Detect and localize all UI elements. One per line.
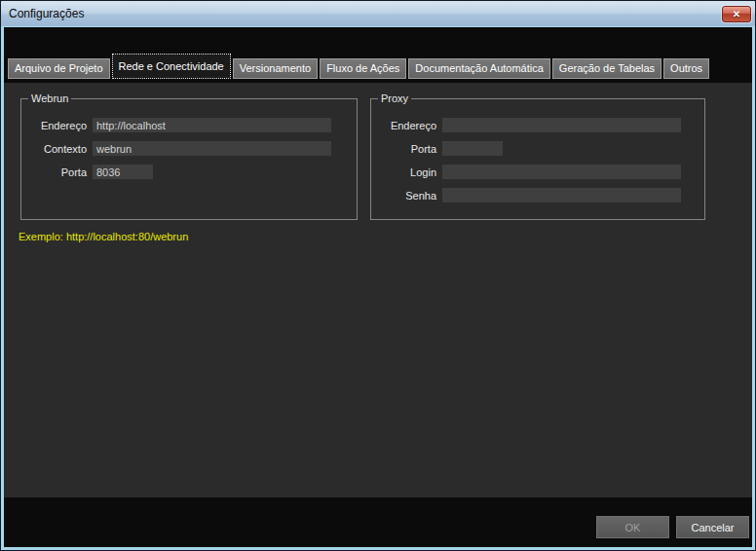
tab-geracao-de-tabelas[interactable]: Geração de Tabelas	[552, 58, 662, 79]
tab-fluxo-de-acoes[interactable]: Fluxo de Ações	[320, 58, 406, 79]
proxy-senha-label: Senha	[371, 190, 436, 202]
proxy-senha-input[interactable]	[442, 188, 681, 202]
proxy-endereco-input[interactable]	[442, 118, 681, 132]
webrun-porta-label: Porta	[21, 166, 87, 178]
proxy-login-input[interactable]	[442, 165, 681, 179]
proxy-endereco-label: Endereço	[371, 120, 436, 131]
tab-rede-e-conectividade[interactable]: Rede e Conectividade	[112, 54, 231, 79]
window-title: Configurações	[9, 1, 84, 26]
webrun-contexto-label: Contexto	[21, 143, 87, 155]
example-url-text: Exemplo: http://localhost:80/webrun	[19, 231, 188, 242]
tab-documentacao-automatica[interactable]: Documentação Automática	[408, 58, 549, 79]
tab-outros[interactable]: Outros	[663, 58, 709, 79]
proxy-login-row: Login	[371, 165, 704, 179]
proxy-porta-label: Porta	[371, 143, 436, 155]
ok-button[interactable]: OK	[596, 516, 669, 538]
webrun-endereco-label: Endereço	[21, 120, 87, 131]
proxy-endereco-row: Endereço	[371, 118, 704, 132]
webrun-porta-input[interactable]	[93, 165, 153, 179]
proxy-group: Proxy Endereço Porta Login	[370, 98, 705, 220]
tab-versionamento[interactable]: Versionamento	[233, 58, 318, 79]
proxy-porta-input[interactable]	[442, 141, 503, 156]
close-icon[interactable]: ✕	[722, 6, 751, 22]
tab-page-rede-e-conectividade: Webrun Endereço Contexto Porta	[4, 83, 752, 497]
webrun-endereco-input[interactable]	[93, 118, 331, 132]
proxy-senha-row: Senha	[371, 188, 704, 202]
webrun-group-title: Webrun	[28, 92, 71, 104]
tab-arquivo-de-projeto[interactable]: Arquivo de Projeto	[8, 58, 110, 79]
proxy-porta-row: Porta	[371, 141, 704, 156]
settings-dialog: Configurações ✕ Arquivo de Projeto Rede …	[0, 0, 756, 551]
webrun-endereco-row: Endereço	[21, 118, 357, 132]
proxy-group-title: Proxy	[378, 92, 411, 104]
dialog-content: Arquivo de Projeto Rede e Conectividade …	[4, 27, 752, 547]
cancel-button[interactable]: Cancelar	[676, 516, 749, 538]
webrun-contexto-row: Contexto	[21, 141, 357, 156]
webrun-contexto-input[interactable]	[93, 141, 331, 156]
proxy-login-label: Login	[371, 166, 436, 178]
tab-strip: Arquivo de Projeto Rede e Conectividade …	[8, 52, 709, 79]
webrun-group: Webrun Endereço Contexto Porta	[20, 98, 358, 220]
title-bar[interactable]: Configurações ✕	[1, 1, 755, 26]
webrun-porta-row: Porta	[21, 165, 357, 179]
